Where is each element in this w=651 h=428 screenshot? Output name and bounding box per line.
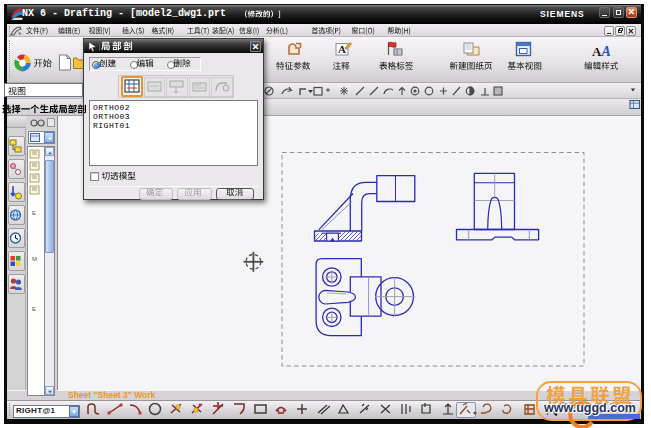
svg-text:E: E xyxy=(32,306,36,312)
svg-text:M: M xyxy=(32,256,37,262)
svg-text:A: A xyxy=(338,43,346,55)
svg-text:E: E xyxy=(32,210,36,216)
